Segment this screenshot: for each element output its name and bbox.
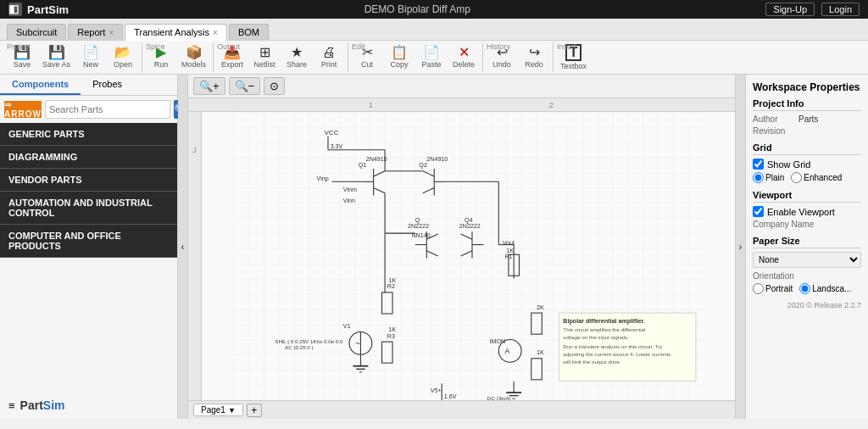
category-automation[interactable]: AUTOMATION AND INDUSTRIAL CONTROL xyxy=(0,192,177,225)
save-as-button[interactable]: 💾 Save As xyxy=(39,44,74,70)
author-row: Author Parts xyxy=(753,114,861,124)
project-info-title: Project Info xyxy=(753,98,861,111)
grid-enhanced-input[interactable] xyxy=(791,172,802,183)
cut-label: Cut xyxy=(361,60,373,69)
page-tab-1[interactable]: Page1 ▼ xyxy=(193,404,243,416)
canvas-area-container: 🔍+ 🔍− ⊙ 1 2 J xyxy=(188,75,735,419)
enable-viewport-checkbox[interactable] xyxy=(753,206,764,217)
show-grid-checkbox[interactable] xyxy=(753,159,764,170)
redo-icon: ↪ xyxy=(529,46,540,59)
tab-bom[interactable]: BOM xyxy=(229,24,269,40)
panel-tab-probes[interactable]: Probes xyxy=(81,75,134,95)
category-vendor-parts-label: VENDOR PARTS xyxy=(8,175,82,185)
copy-button[interactable]: 📋 Copy xyxy=(384,44,415,70)
share-button[interactable]: ★ Share xyxy=(281,44,312,70)
svg-text:2N4910: 2N4910 xyxy=(366,156,387,163)
show-grid-row: Show Grid xyxy=(753,159,861,170)
grid-plain-input[interactable] xyxy=(753,172,764,183)
save-as-icon: 💾 xyxy=(48,46,65,59)
netlist-label: Netlist xyxy=(254,60,275,69)
redo-label: Redo xyxy=(525,60,543,69)
models-button[interactable]: 📦 Models xyxy=(178,44,209,70)
tab-report-close[interactable]: × xyxy=(108,28,114,37)
toolbar-group-spice-label: Spice xyxy=(146,42,165,51)
grid-plain-radio[interactable]: Plain xyxy=(753,172,784,183)
page-tab-dropdown-icon: ▼ xyxy=(228,406,236,415)
open-button[interactable]: 📂 Open xyxy=(108,44,138,70)
paper-size-select[interactable]: None A4 Letter xyxy=(753,252,861,268)
page-tab-1-label: Page1 xyxy=(201,405,225,415)
page-tabs: Page1 ▼ + xyxy=(188,400,735,419)
grid-enhanced-radio[interactable]: Enhanced xyxy=(791,172,842,183)
run-label: Run xyxy=(154,60,169,69)
category-diagramming[interactable]: DIAGRAMMING xyxy=(0,146,177,169)
svg-text:~: ~ xyxy=(355,339,359,348)
new-button[interactable]: 📄 New xyxy=(75,44,106,70)
svg-text:1K: 1K xyxy=(537,349,544,356)
share-label: Share xyxy=(287,60,307,69)
redo-button[interactable]: ↪ Redo xyxy=(519,44,549,70)
new-icon: 📄 xyxy=(82,46,99,59)
tab-subcircuit-label: Subcircuit xyxy=(16,27,57,37)
panel-tab-components[interactable]: Components xyxy=(0,75,81,95)
svg-text:R3: R3 xyxy=(387,333,395,340)
svg-text:Vinm: Vinm xyxy=(343,187,357,193)
author-label: Author xyxy=(753,114,795,124)
zoom-out-button[interactable]: 🔍− xyxy=(229,77,261,95)
tab-subcircuit[interactable]: Subcircuit xyxy=(7,24,66,40)
svg-text:V5+: V5+ xyxy=(431,387,442,394)
svg-text:1.6V: 1.6V xyxy=(444,393,457,400)
toolbar-group-project: Project 💾 Save 💾 Save As 📄 New 📂 Open xyxy=(3,42,142,72)
landscape-input[interactable] xyxy=(799,283,810,294)
grid-enhanced-label: Enhanced xyxy=(804,173,842,182)
zoom-in-button[interactable]: 🔍+ xyxy=(193,77,225,95)
save-as-label: Save As xyxy=(42,60,70,69)
orientation-row: Orientation xyxy=(753,271,861,281)
revision-label: Revision xyxy=(753,126,795,136)
svg-text:Q1: Q1 xyxy=(359,162,367,169)
netlist-button[interactable]: ⊞ Netlist xyxy=(249,44,280,70)
print-button[interactable]: 🖨 Print xyxy=(314,44,344,70)
category-list: GENERIC PARTS DIAGRAMMING VENDOR PARTS A… xyxy=(0,123,177,392)
category-vendor-parts[interactable]: VENDOR PARTS xyxy=(0,169,177,192)
workspace-properties-title: Workspace Properties xyxy=(753,81,861,93)
share-icon: ★ xyxy=(291,46,303,59)
tab-report[interactable]: Report × xyxy=(68,24,123,40)
login-button[interactable]: Login xyxy=(821,3,860,16)
tab-transient[interactable]: Transient Analysis × xyxy=(125,24,227,41)
copy-label: Copy xyxy=(391,60,409,69)
canvas-nav-left[interactable]: ‹ xyxy=(178,75,188,419)
paste-button[interactable]: 📄 Paste xyxy=(416,44,447,70)
category-automation-label: AUTOMATION AND INDUSTRIAL CONTROL xyxy=(8,198,152,218)
category-generic-parts[interactable]: GENERIC PARTS xyxy=(0,123,177,146)
toolbar-group-output: Output 📤 Export ⊞ Netlist ★ Share 🖨 Prin… xyxy=(214,42,348,72)
schematic-canvas[interactable]: 1 2 J VCC 3.3V xyxy=(188,98,735,400)
panel-tab-probes-label: Probes xyxy=(92,79,122,89)
portrait-input[interactable] xyxy=(753,283,764,294)
svg-text:A: A xyxy=(504,347,509,355)
open-label: Open xyxy=(114,60,132,69)
canvas-nav-right[interactable]: › xyxy=(735,75,745,419)
toolbar-group-output-label: Output xyxy=(217,42,240,51)
arrow-logo-text: ⇒ ARROW xyxy=(4,100,42,119)
app-name: PartSim xyxy=(27,3,69,16)
svg-text:V1: V1 xyxy=(343,323,351,330)
svg-text:SHE { 0 0.25V 1Khz 0.0e 0.0: SHE { 0 0.25V 1Khz 0.0e 0.0 xyxy=(275,338,343,344)
svg-text:AC (0.25 0 ): AC (0.25 0 ) xyxy=(285,344,314,350)
svg-text:Vinn: Vinn xyxy=(343,198,355,204)
logo-icon: ◧ xyxy=(8,3,22,16)
portrait-radio[interactable]: Portrait xyxy=(753,283,793,294)
tab-transient-close[interactable]: × xyxy=(213,28,218,37)
add-page-button[interactable]: + xyxy=(247,404,262,417)
arrow-logo: ⇒ ARROW xyxy=(4,101,42,118)
category-computer-office[interactable]: COMPUTER AND OFFICE PRODUCTS xyxy=(0,225,177,258)
search-input[interactable] xyxy=(45,100,170,119)
landscape-radio[interactable]: Landsca... xyxy=(799,283,851,294)
delete-button[interactable]: ✕ Delete xyxy=(448,44,479,70)
circuit-svg: VCC 3.3V 2N4910 Q1 2N4910 Q2 xyxy=(202,112,735,400)
tab-bar: Subcircuit Report × Transient Analysis ×… xyxy=(0,19,868,41)
open-icon: 📂 xyxy=(114,46,131,59)
left-panel-logo: ≡ PartSim xyxy=(0,392,177,419)
signup-button[interactable]: Sign-Up xyxy=(765,3,815,16)
zoom-reset-button[interactable]: ⊙ xyxy=(264,77,285,95)
